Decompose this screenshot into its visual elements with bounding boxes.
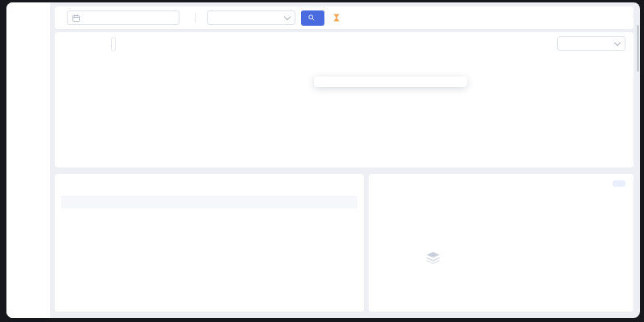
desktop-background bbox=[0, 0, 644, 322]
layers-icon bbox=[426, 252, 440, 264]
chart-tooltip bbox=[314, 76, 467, 87]
company-share-card bbox=[55, 174, 364, 312]
hourglass-icon bbox=[333, 14, 340, 22]
chevron-down-icon bbox=[284, 14, 291, 20]
table-header-row bbox=[61, 196, 357, 208]
period-date-input[interactable] bbox=[67, 10, 180, 25]
dashboard-window bbox=[6, 2, 640, 318]
calendar-icon bbox=[72, 14, 80, 22]
bar-chart[interactable] bbox=[55, 32, 634, 167]
scrollbar-thumb[interactable] bbox=[637, 25, 639, 72]
view-details-button[interactable] bbox=[613, 180, 625, 187]
query-button[interactable] bbox=[301, 10, 324, 26]
filter-toolbar bbox=[55, 6, 634, 29]
company-select[interactable] bbox=[207, 10, 295, 25]
type-share-card bbox=[369, 174, 634, 312]
deadline-info bbox=[333, 14, 345, 22]
sidebar bbox=[6, 2, 50, 318]
trend-chart-card bbox=[55, 32, 634, 167]
donut-center bbox=[388, 214, 478, 304]
search-icon bbox=[308, 14, 315, 21]
toolbar-divider bbox=[195, 13, 196, 23]
